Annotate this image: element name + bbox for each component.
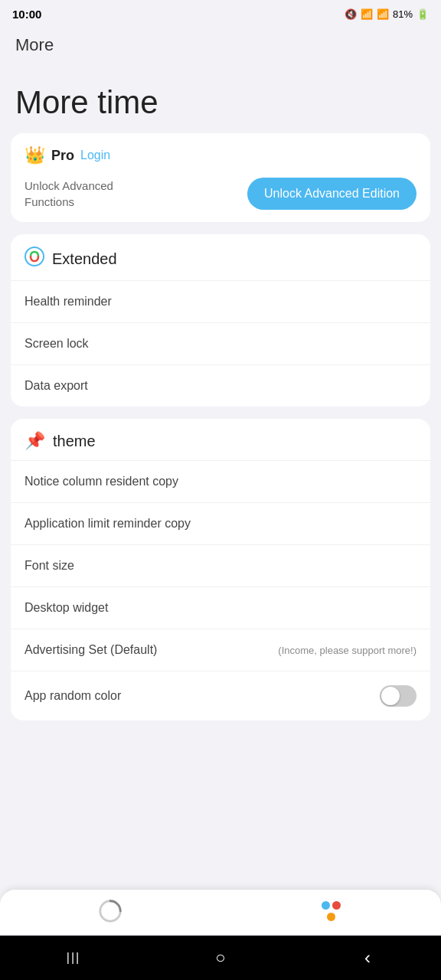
data-export-item[interactable]: Data export xyxy=(11,364,430,407)
apps-icon xyxy=(315,896,346,926)
pro-description: Unlock Advanced Functions xyxy=(24,178,162,210)
advertising-set-subtext: (Income, please support more!) xyxy=(278,645,416,656)
android-nav: ||| ○ ‹ xyxy=(0,936,441,980)
mute-icon: 🔇 xyxy=(345,8,357,20)
app-limit-reminder-label: Application limit reminder copy xyxy=(24,517,191,531)
recent-apps-button[interactable]: ||| xyxy=(58,942,89,973)
theme-section-header: 📌 theme xyxy=(11,419,430,460)
toggle-container xyxy=(380,685,416,707)
font-size-label: Font size xyxy=(24,559,74,573)
wifi-icon: 📶 xyxy=(361,8,373,20)
home-button[interactable]: ○ xyxy=(205,942,236,973)
main-heading: More time xyxy=(15,84,426,121)
status-bar: 10:00 🔇 📶 📶 81% 🔋 xyxy=(0,0,441,28)
data-export-label: Data export xyxy=(24,379,88,393)
desktop-widget-item[interactable]: Desktop widget xyxy=(11,586,430,629)
app-random-color-item[interactable]: App random color xyxy=(11,671,430,720)
pro-label: Pro xyxy=(51,148,74,164)
health-reminder-label: Health reminder xyxy=(24,295,112,309)
theme-title: theme xyxy=(53,433,96,450)
extended-title: Extended xyxy=(52,250,117,268)
dot-orange xyxy=(327,913,335,921)
main-heading-section: More time xyxy=(0,61,441,133)
theme-card: 📌 theme Notice column resident copy Appl… xyxy=(11,419,430,720)
page-header: More xyxy=(0,28,441,61)
app-limit-reminder-item[interactable]: Application limit reminder copy xyxy=(11,502,430,544)
svg-point-0 xyxy=(25,247,44,266)
status-icons: 🔇 📶 📶 81% 🔋 xyxy=(345,8,429,20)
theme-icon: 📌 xyxy=(24,431,45,451)
pro-body: Unlock Advanced Functions Unlock Advance… xyxy=(11,173,430,222)
status-time: 10:00 xyxy=(12,8,41,21)
extended-card: Extended Health reminder Screen lock Dat… xyxy=(11,234,430,407)
health-reminder-item[interactable]: Health reminder xyxy=(11,280,430,322)
pro-card: 👑 Pro Login Unlock Advanced Functions Un… xyxy=(11,133,430,222)
pro-header: 👑 Pro Login xyxy=(11,133,430,173)
font-size-item[interactable]: Font size xyxy=(11,544,430,586)
extended-icon xyxy=(24,247,44,271)
page-title: More xyxy=(15,35,54,54)
unlock-button[interactable]: Unlock Advanced Edition xyxy=(247,178,416,210)
dot-blue xyxy=(322,901,330,910)
advertising-set-item[interactable]: Advertising Set (Default) (Income, pleas… xyxy=(11,629,430,671)
usage-icon xyxy=(95,896,126,926)
login-link[interactable]: Login xyxy=(80,149,110,162)
back-button[interactable]: ‹ xyxy=(352,942,383,973)
battery-icon: 🔋 xyxy=(416,8,429,20)
advertising-set-label: Advertising Set (Default) xyxy=(24,643,157,657)
crown-icon: 👑 xyxy=(24,145,45,165)
screen-lock-label: Screen lock xyxy=(24,337,89,351)
app-random-color-toggle[interactable] xyxy=(380,685,416,707)
nav-apps[interactable] xyxy=(220,896,441,926)
desktop-widget-label: Desktop widget xyxy=(24,601,108,615)
battery-text: 81% xyxy=(393,8,413,20)
extended-section-header: Extended xyxy=(11,234,430,280)
notice-column-label: Notice column resident copy xyxy=(24,475,178,488)
screen-lock-item[interactable]: Screen lock xyxy=(11,322,430,364)
notice-column-item[interactable]: Notice column resident copy xyxy=(11,460,430,502)
bottom-nav xyxy=(0,889,441,934)
dots-icon xyxy=(321,901,341,921)
dot-red xyxy=(332,901,341,910)
signal-icon: 📶 xyxy=(377,8,389,20)
app-random-color-label: App random color xyxy=(24,689,121,703)
nav-usage[interactable] xyxy=(0,896,220,926)
